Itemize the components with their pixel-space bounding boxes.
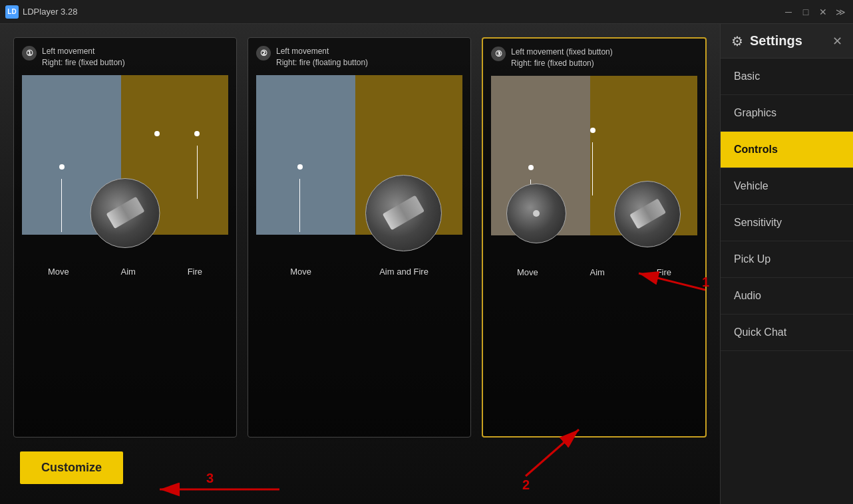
sidebar-item-graphics-label: Graphics [734, 107, 776, 119]
panel-3-fire-circle [614, 181, 681, 247]
svg-text:3: 3 [206, 471, 214, 485]
panel-3-header: ③ Left movement (fixed button) Right: fi… [491, 47, 697, 69]
gear-icon: ⚙ [731, 33, 743, 49]
panel-2-desc: Left movement Right: fire (floating butt… [276, 46, 368, 68]
panel-1-label-aim: Aim [120, 267, 135, 277]
sidebar-item-pickup-label: Pick Up [734, 253, 770, 265]
panel-2-preview [256, 75, 462, 261]
sidebar-item-quickchat[interactable]: Quick Chat [721, 315, 853, 351]
window-controls: ─ □ ✕ ≫ [781, 5, 848, 19]
panel-1-labels: Move Aim Fire [22, 267, 228, 277]
settings-header: ⚙ Settings ✕ [721, 24, 853, 59]
panel-3-label-fire: Fire [657, 267, 671, 277]
panel-1-aim-circle [90, 178, 160, 248]
panel-3-move-dot [528, 165, 534, 170]
panel-3-label-move: Move [517, 267, 538, 277]
svg-text:2: 2 [522, 477, 530, 492]
panel-1-fire-line [197, 146, 198, 199]
panel-3-fire-bullet [629, 199, 666, 229]
sidebar-item-audio-label: Audio [734, 290, 761, 302]
logo-text: LD [7, 8, 16, 15]
panel-3-preview [491, 76, 697, 262]
control-panel-3[interactable]: ③ Left movement (fixed button) Right: fi… [482, 37, 707, 438]
game-area: ① Left movement Right: fire (fixed butto… [0, 24, 720, 504]
panel-2-labels: Move Aim and Fire [256, 267, 462, 277]
panel-2-move-line [299, 179, 300, 232]
app-title: LDPlayer 3.28 [23, 7, 781, 17]
panel-2-header: ② Left movement Right: fire (floating bu… [256, 46, 462, 68]
sidebar-item-vehicle-label: Vehicle [734, 180, 768, 192]
panel-2-move-dot [297, 164, 303, 170]
panel-2-bg-left [256, 75, 355, 235]
sidebar-item-audio[interactable]: Audio [721, 278, 853, 315]
sidebar-item-basic-label: Basic [734, 70, 760, 82]
title-bar: LD LDPlayer 3.28 ─ □ ✕ ≫ [0, 0, 853, 24]
control-panel-2[interactable]: ② Left movement Right: fire (floating bu… [248, 37, 471, 438]
settings-title: Settings [750, 33, 802, 49]
app-logo: LD [5, 5, 19, 19]
sidebar: ⚙ Settings ✕ Basic Graphics Controls Veh… [720, 24, 853, 504]
customize-button[interactable]: Customize [20, 451, 123, 484]
panel-1-move-line [61, 179, 62, 232]
more-button[interactable]: ≫ [833, 5, 848, 19]
panel-1-header: ① Left movement Right: fire (fixed butto… [22, 46, 228, 68]
panel-2-number: ② [256, 46, 271, 61]
panel-3-labels: Move Aim Fire [491, 267, 697, 277]
panel-2-label-move: Move [290, 267, 311, 277]
panel-1-number: ① [22, 46, 37, 61]
sidebar-item-sensitivity-label: Sensitivity [734, 217, 782, 229]
panel-2-aim-fire-circle [365, 175, 442, 251]
close-sidebar-button[interactable]: ✕ [832, 34, 842, 49]
control-panel-1[interactable]: ① Left movement Right: fire (fixed butto… [13, 37, 237, 438]
close-button[interactable]: ✕ [816, 5, 830, 19]
sidebar-item-controls-label: Controls [734, 144, 778, 156]
panel-3-move-circle [506, 184, 566, 243]
sidebar-item-quickchat-label: Quick Chat [734, 326, 786, 338]
panel-3-label-aim: Aim [590, 267, 604, 277]
panel-1-aim-bullet [106, 197, 144, 229]
minimize-button[interactable]: ─ [781, 5, 796, 19]
panel-3-move-center [533, 210, 540, 217]
panel-1-aim-dot [154, 131, 160, 136]
panel-1-label-move: Move [48, 267, 69, 277]
panel-3-number: ③ [491, 47, 506, 61]
panel-1-move-dot [59, 164, 65, 170]
panel-2-label-aim-fire: Aim and Fire [379, 267, 428, 277]
sidebar-item-basic[interactable]: Basic [721, 59, 853, 95]
sidebar-item-graphics[interactable]: Graphics [721, 95, 853, 132]
panel-1-preview [22, 75, 228, 261]
panel-1-fire-dot [194, 131, 200, 136]
panel-1-label-fire: Fire [188, 267, 202, 277]
panel-1-desc: Left movement Right: fire (fixed button) [42, 46, 125, 68]
main-container: ① Left movement Right: fire (fixed butto… [0, 24, 853, 504]
panel-2-aim-fire-bullet [383, 195, 425, 231]
panel-3-desc: Left movement (fixed button) Right: fire… [511, 47, 613, 69]
sidebar-item-vehicle[interactable]: Vehicle [721, 168, 853, 205]
sidebar-item-controls[interactable]: Controls [721, 132, 853, 168]
sidebar-item-sensitivity[interactable]: Sensitivity [721, 205, 853, 241]
sidebar-item-pickup[interactable]: Pick Up [721, 241, 853, 278]
panel-3-aim-dot [590, 128, 596, 133]
panel-3-aim-line [592, 142, 593, 195]
restore-button[interactable]: □ [798, 5, 813, 19]
